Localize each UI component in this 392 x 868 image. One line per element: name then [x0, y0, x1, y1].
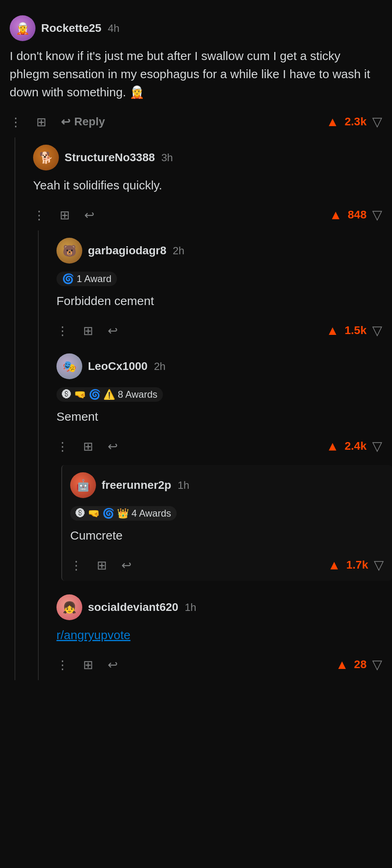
award-icon-1: 🅢 [76, 508, 85, 519]
downvote-button[interactable]: ▽ [372, 657, 382, 672]
nested-reply-box: 🤖 freerunner2p 1h 🅢 🤜 🌀 👑 4 Awards [61, 465, 392, 581]
reply-icon[interactable]: ↩ [108, 324, 118, 338]
comment-indent-wrapper-1: 🐕 StructureNo3388 3h Yeah it solidifies … [15, 137, 392, 680]
comment-body: Yeah it solidifies quickly. [33, 176, 382, 194]
award-icon-2: 🤜 [74, 389, 86, 400]
award-count: 4 Awards [131, 508, 171, 519]
timestamp: 3h [161, 152, 173, 164]
award-count: 8 Awards [118, 389, 157, 400]
action-bar: ⋮ ⊞ ↩ ▲ 28 ▽ [56, 651, 382, 680]
gift-icon[interactable]: ⊞ [83, 324, 93, 338]
avatar: 🎭 [56, 353, 82, 379]
vote-count: 1.7k [346, 559, 369, 571]
timestamp: 1h [178, 479, 190, 491]
gift-icon[interactable]: ⊞ [97, 558, 107, 572]
downvote-button[interactable]: ▽ [372, 438, 382, 454]
comment-header: 🧝 Rockette25 4h [10, 15, 382, 41]
comment-body: Sement [56, 407, 382, 426]
comment-structure: 🐕 StructureNo3388 3h Yeah it solidifies … [23, 137, 392, 230]
user-info: Rockette25 4h [41, 22, 119, 35]
timestamp: 2h [173, 245, 184, 257]
award-icon-2: 🤜 [88, 508, 100, 519]
comment-garbag: 🐻 garbagiodagr8 2h 🌀 1 Award Forbidden c… [47, 230, 392, 346]
comment-thread: 🧝 Rockette25 4h I don't know if it's jus… [0, 0, 392, 688]
downvote-button[interactable]: ▽ [372, 114, 382, 129]
award-count: 1 Award [77, 273, 111, 284]
comment-header: 🤖 freerunner2p 1h [70, 472, 384, 498]
comment-header: 🎭 LeoCx1000 2h [56, 353, 382, 379]
username: LeoCx1000 [88, 360, 148, 372]
timestamp: 4h [108, 22, 119, 34]
avatar: 🐕 [33, 145, 59, 170]
gift-icon[interactable]: ⊞ [83, 658, 93, 672]
avatar: 👧 [56, 594, 82, 620]
vote-area: ▲ 1.7k ▽ [328, 557, 384, 573]
action-bar: ⋮ ⊞ ↩ ▲ 848 ▽ [33, 201, 382, 230]
username: freerunner2p [102, 479, 171, 491]
reply-icon[interactable]: ↩ [108, 658, 118, 672]
reply-label: Reply [74, 115, 105, 128]
gift-icon[interactable]: ⊞ [83, 439, 93, 453]
comment-header: 👧 socialdeviant620 1h [56, 594, 382, 620]
award-icon-1: 🅢 [62, 389, 72, 400]
upvote-button[interactable]: ▲ [328, 558, 341, 573]
awards-badge: 🌀 1 Award [56, 272, 117, 286]
comment-body: I don't know if it's just me but after I… [10, 47, 382, 101]
avatar: 🤖 [70, 472, 96, 498]
comment-free: 🤖 freerunner2p 1h 🅢 🤜 🌀 👑 4 Awards [70, 472, 384, 581]
award-icon-3: 🌀 [102, 508, 115, 519]
timestamp: 1h [185, 601, 196, 613]
action-bar: ⋮ ⊞ ↩ ▲ 1.5k ▽ [56, 317, 382, 346]
action-bar: ⋮ ⊞ ↩ ▲ 2.4k ▽ [56, 433, 382, 462]
upvote-button[interactable]: ▲ [326, 323, 339, 338]
vote-count: 1.5k [345, 324, 367, 337]
reply-icon[interactable]: ↩ [121, 558, 131, 572]
upvote-button[interactable]: ▲ [326, 439, 339, 454]
subreddit-link[interactable]: r/angryupvote [56, 628, 130, 642]
vote-count: 2.4k [345, 440, 367, 453]
awards-badge: 🅢 🤜 🌀 👑 4 Awards [70, 506, 177, 521]
vote-area: ▲ 28 ▽ [336, 657, 382, 672]
award-icon-4: ⚠️ [103, 389, 115, 400]
user-info: garbagiodagr8 2h [88, 244, 184, 257]
username: StructureNo3388 [65, 151, 155, 164]
award-icon: 🌀 [62, 273, 74, 284]
reply-icon[interactable]: ↩ [84, 208, 94, 222]
username: socialdeviant620 [88, 601, 178, 613]
gift-icon[interactable]: ⊞ [60, 208, 70, 222]
awards-badge: 🅢 🤜 🌀 ⚠️ 8 Awards [56, 387, 163, 402]
user-info: LeoCx1000 2h [88, 360, 166, 373]
vote-count: 848 [348, 208, 367, 221]
upvote-button[interactable]: ▲ [329, 208, 342, 222]
upvote-button[interactable]: ▲ [336, 657, 348, 672]
more-icon[interactable]: ⋮ [33, 208, 45, 222]
action-bar: ⋮ ⊞ ↩ ▲ 1.7k ▽ [70, 552, 384, 581]
vote-count: 28 [354, 658, 367, 671]
comment-social: 👧 socialdeviant620 1h r/angryupvote ⋮ ⊞ … [47, 587, 392, 680]
user-info: socialdeviant620 1h [88, 601, 196, 614]
vote-area: ▲ 2.4k ▽ [326, 438, 382, 454]
avatar: 🧝 [10, 15, 35, 41]
comment-header: 🐻 garbagiodagr8 2h [56, 238, 382, 264]
comment-rockette: 🧝 Rockette25 4h I don't know if it's jus… [0, 8, 392, 137]
username: Rockette25 [41, 22, 101, 34]
timestamp: 2h [154, 360, 166, 372]
comment-body: Forbidden cement [56, 292, 382, 310]
upvote-button[interactable]: ▲ [326, 114, 339, 129]
more-icon[interactable]: ⋮ [56, 324, 69, 338]
more-icon[interactable]: ⋮ [56, 439, 69, 453]
more-icon[interactable]: ⋮ [10, 115, 22, 129]
avatar: 🐻 [56, 238, 82, 264]
downvote-button[interactable]: ▽ [372, 323, 382, 338]
more-icon[interactable]: ⋮ [56, 658, 69, 672]
comment-header: 🐕 StructureNo3388 3h [33, 145, 382, 170]
reply-icon[interactable]: ↩ [108, 439, 118, 453]
reply-icon: ↩ [61, 115, 70, 129]
more-icon[interactable]: ⋮ [70, 558, 82, 572]
downvote-button[interactable]: ▽ [372, 207, 382, 222]
gift-icon[interactable]: ⊞ [36, 115, 46, 129]
downvote-button[interactable]: ▽ [374, 557, 384, 573]
reply-button[interactable]: ↩ Reply [61, 115, 105, 129]
comment-body: Cumcrete [70, 526, 384, 544]
username: garbagiodagr8 [88, 244, 166, 257]
